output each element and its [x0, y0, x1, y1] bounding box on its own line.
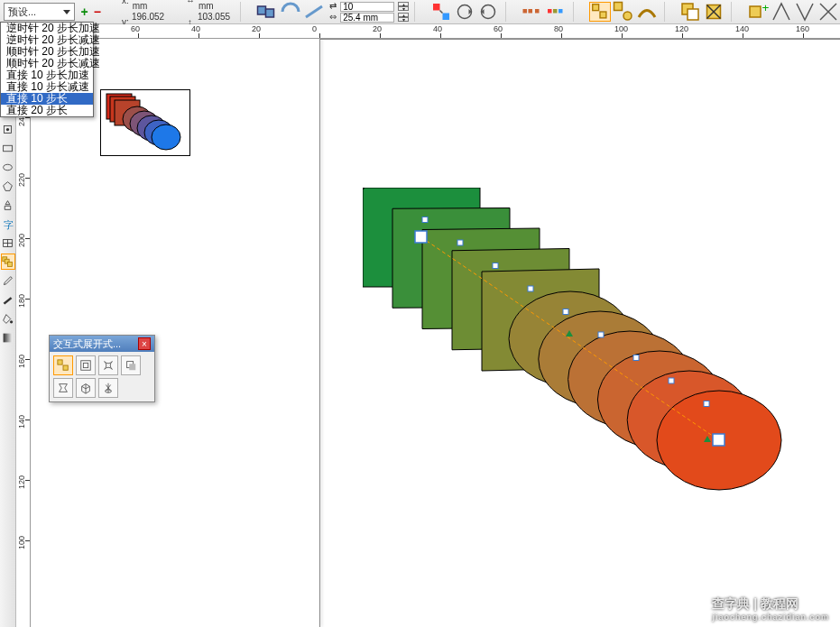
svg-rect-77 [633, 355, 639, 361]
svg-rect-41 [8, 262, 13, 266]
svg-rect-57 [129, 364, 135, 370]
close-icon[interactable]: × [138, 337, 151, 350]
panel-envelope-button[interactable] [53, 378, 73, 398]
fill-tool[interactable] [1, 310, 15, 327]
x-label: x: [122, 0, 131, 6]
steps-spinner[interactable]: ▴▾ [398, 2, 409, 11]
outline-tool[interactable] [1, 291, 15, 308]
svg-rect-2 [433, 4, 440, 11]
svg-rect-52 [58, 360, 62, 364]
svg-rect-18 [688, 9, 698, 20]
svg-point-51 [152, 124, 180, 150]
table-tool[interactable] [1, 235, 15, 251]
steps-input[interactable] [340, 2, 394, 12]
blend-tool[interactable] [1, 254, 15, 270]
svg-rect-81 [713, 434, 725, 446]
svg-rect-1 [266, 9, 274, 17]
ellipse-tool[interactable] [1, 159, 15, 175]
svg-rect-76 [598, 332, 604, 337]
svg-rect-55 [83, 363, 88, 367]
eyedropper-tool[interactable] [1, 272, 15, 289]
panel-title: 交互式展开式... [53, 337, 121, 351]
horizontal-ruler: 604020020406080100120140160 [16, 24, 840, 39]
fuse-end-button[interactable] [794, 2, 816, 22]
svg-rect-75 [563, 309, 568, 315]
canvas[interactable]: 交互式展开式... × 查字典 | 教程网 jiaocheng.chazidia… [31, 39, 840, 627]
blend-spacing-toggle[interactable] [589, 2, 611, 22]
watermark: 查字典 | 教程网 jiaocheng.chazidian.com [712, 596, 829, 622]
blend-direct-button[interactable] [256, 2, 278, 22]
width-value: 141.28 mm [198, 0, 235, 12]
svg-text:字: 字 [4, 218, 14, 229]
property-bar: 预设... + − x:85.735 mm y:196.052 mm ↔141.… [0, 0, 840, 24]
watermark-main: 查字典 | 教程网 [712, 596, 798, 611]
x-value: 85.735 mm [133, 0, 170, 12]
split-button[interactable] [817, 2, 839, 22]
preset-dropdown[interactable]: 逆时针 20 步长加速逆时针 20 步长减速顺时针 20 步长加速顺时针 20 … [0, 22, 94, 117]
color-cw-button[interactable] [454, 2, 475, 22]
polygon-tool[interactable] [1, 178, 15, 194]
panel-extrude-button[interactable] [76, 378, 96, 398]
panel-distort-button[interactable] [98, 355, 118, 375]
new-blend-button[interactable]: + [747, 2, 769, 22]
color-accel-button[interactable] [545, 2, 567, 22]
svg-point-31 [6, 127, 9, 130]
svg-rect-43 [4, 333, 13, 342]
blend-object[interactable] [363, 188, 787, 549]
preset-option[interactable]: 直接 20 步长 [1, 105, 93, 116]
svg-rect-80 [415, 231, 427, 243]
svg-line-4 [439, 11, 442, 14]
watermark-sub: jiaocheng.chazidian.com [712, 613, 829, 622]
spacing-spinner[interactable]: ▴▾ [398, 13, 409, 22]
interactive-blend-panel[interactable]: 交互式展开式... × [49, 335, 155, 402]
svg-rect-9 [535, 9, 540, 14]
blend-accel-button[interactable] [303, 2, 325, 22]
preset-label: 预设... [8, 5, 36, 19]
panel-transparency-button[interactable] [98, 378, 118, 398]
spacing-input[interactable] [340, 13, 394, 23]
svg-rect-10 [548, 9, 552, 14]
panel-blend-button[interactable] [53, 355, 73, 375]
svg-rect-13 [592, 5, 598, 11]
svg-point-42 [10, 320, 13, 323]
color-direct-button[interactable] [430, 2, 452, 22]
svg-rect-71 [422, 217, 428, 223]
width-icon: ↔ [186, 0, 195, 5]
svg-rect-74 [528, 286, 533, 291]
smart-fill-tool[interactable] [1, 121, 15, 137]
chevron-down-icon [63, 10, 70, 14]
panel-dropshadow-button[interactable] [121, 355, 141, 375]
svg-rect-78 [669, 378, 674, 383]
preset-add-button[interactable]: + [79, 5, 90, 19]
page-edge [319, 39, 320, 627]
svg-rect-53 [63, 365, 68, 370]
fuse-start-button[interactable] [771, 2, 792, 22]
svg-point-33 [4, 164, 13, 171]
svg-rect-11 [553, 9, 558, 14]
svg-rect-79 [704, 401, 709, 407]
panel-titlebar[interactable]: 交互式展开式... × [50, 336, 154, 352]
copy-properties-button[interactable] [679, 2, 701, 22]
basic-shapes-tool[interactable] [1, 197, 15, 213]
path-properties-button[interactable] [636, 2, 658, 22]
vertical-ruler: 260240220200180160140120100 [16, 39, 31, 627]
clear-blend-button[interactable] [703, 2, 725, 22]
object-accel-button[interactable] [522, 2, 543, 22]
color-ccw-button[interactable] [477, 2, 499, 22]
preset-remove-button[interactable]: − [92, 5, 103, 19]
interactive-fill-tool[interactable] [1, 329, 15, 346]
svg-rect-15 [614, 3, 622, 11]
svg-text:+: + [762, 1, 770, 14]
blend-loop-button[interactable] [280, 2, 301, 22]
preset-combo[interactable]: 预设... [4, 3, 75, 21]
svg-rect-72 [457, 240, 463, 245]
svg-marker-34 [4, 181, 13, 190]
svg-rect-12 [558, 9, 563, 14]
start-end-button[interactable] [613, 2, 634, 22]
svg-rect-3 [442, 14, 449, 21]
rectangle-tool[interactable] [1, 140, 15, 156]
svg-rect-54 [81, 361, 91, 371]
text-tool[interactable]: 字 [1, 216, 15, 232]
panel-contour-button[interactable] [76, 355, 96, 375]
blend-preview-thumb [100, 89, 190, 156]
